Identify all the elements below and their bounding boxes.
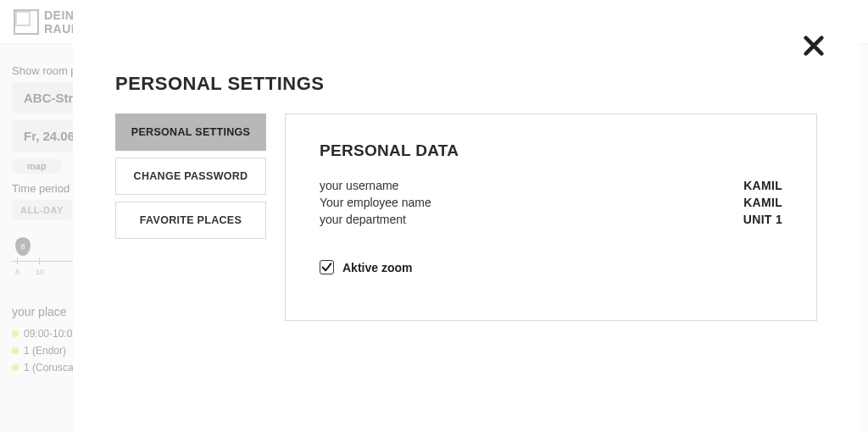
status-dot-icon [12, 364, 19, 371]
nav-personal-settings[interactable]: PERSONAL SETTINGS [115, 114, 266, 151]
booking-text: 1 (Endor) [24, 345, 66, 357]
check-icon [320, 261, 333, 274]
view-toggle-map[interactable]: map [12, 158, 62, 174]
timeline-tick [17, 258, 18, 264]
close-icon [802, 34, 826, 58]
all-day-chip[interactable]: ALL-DAY [12, 200, 72, 220]
row-employee: Your employee name KAMIL [320, 196, 782, 209]
username-label: your username [320, 179, 398, 192]
modal-title: PERSONAL SETTINGS [115, 73, 817, 95]
timeline-tick [39, 258, 40, 264]
timeline-tick-label: 8 [15, 268, 19, 276]
active-zoom-label: Aktive zoom [342, 261, 412, 274]
timeline-pin[interactable]: 8 [15, 237, 31, 256]
row-username: your username KAMIL [320, 179, 782, 192]
active-zoom-row[interactable]: Aktive zoom [320, 260, 782, 274]
status-dot-icon [12, 330, 19, 337]
username-value: KAMIL [743, 179, 782, 192]
row-department: your department UNIT 1 [320, 213, 782, 226]
modal-content-panel: PERSONAL DATA your username KAMIL Your e… [285, 114, 817, 321]
timeline-tick-label: 10 [36, 268, 44, 276]
employee-label: Your employee name [320, 196, 431, 209]
panel-title: PERSONAL DATA [320, 141, 782, 160]
department-label: your department [320, 213, 406, 226]
status-dot-icon [12, 347, 19, 354]
employee-value: KAMIL [743, 196, 782, 209]
brand-logo: DEIN RAUM [14, 8, 81, 36]
department-value: UNIT 1 [743, 213, 782, 226]
logo-cube-icon [14, 9, 39, 35]
nav-change-password[interactable]: CHANGE PASSWORD [115, 158, 266, 195]
active-zoom-checkbox[interactable] [320, 260, 334, 274]
personal-settings-modal: PERSONAL SETTINGS PERSONAL SETTINGS CHAN… [73, 0, 860, 432]
nav-favorite-places[interactable]: FAVORITE PLACES [115, 202, 266, 239]
modal-nav: PERSONAL SETTINGS CHANGE PASSWORD FAVORI… [115, 114, 266, 321]
close-button[interactable] [802, 34, 826, 61]
